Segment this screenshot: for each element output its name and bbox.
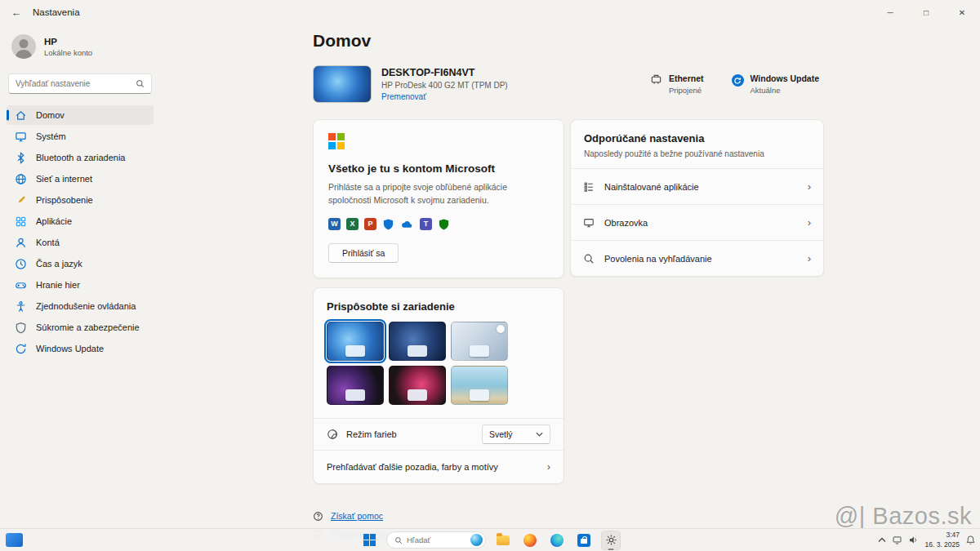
- window-controls: ─ □ ✕: [872, 0, 980, 24]
- color-mode-dropdown[interactable]: Svetlý: [482, 424, 550, 444]
- maximize-button[interactable]: □: [908, 0, 944, 24]
- file-explorer-icon[interactable]: [493, 531, 513, 550]
- recommended-item-label: Povolenia na vyhľadávanie: [604, 254, 712, 264]
- sidebar-item-network[interactable]: Sieť a internet: [7, 169, 154, 189]
- settings-search[interactable]: [8, 73, 152, 94]
- recommended-item-display[interactable]: Obrazovka ›: [571, 204, 823, 240]
- start-button[interactable]: [359, 531, 379, 550]
- sidebar-item-gaming[interactable]: Hranie hier: [7, 275, 154, 295]
- get-help-link[interactable]: Získať pomoc: [313, 511, 383, 522]
- display-icon: [583, 217, 595, 229]
- sidebar-item-label: Bluetooth a zariadenia: [36, 153, 125, 162]
- sidebar-item-windows-update[interactable]: Windows Update: [7, 339, 154, 358]
- browse-themes-label: Prehľadávať ďalšie pozadia, farby a motí…: [327, 462, 498, 472]
- close-button[interactable]: ✕: [944, 0, 980, 24]
- excel-icon: X: [346, 218, 359, 230]
- rename-link[interactable]: Premenovať: [381, 92, 508, 101]
- recommended-item-search-permissions[interactable]: Povolenia na vyhľadávanie ›: [571, 240, 823, 276]
- defender-shield-icon: [382, 218, 394, 230]
- help-icon: [313, 511, 323, 522]
- edge-icon[interactable]: [547, 531, 567, 550]
- globe-icon: [15, 173, 27, 185]
- chevron-right-icon: ›: [808, 217, 811, 228]
- browse-themes-row[interactable]: Prehľadávať ďalšie pozadia, farby a motí…: [314, 451, 564, 483]
- ethernet-title: Ethernet: [669, 73, 704, 83]
- back-button[interactable]: ←: [0, 0, 33, 24]
- word-icon: W: [328, 218, 341, 230]
- personalize-card: Prispôsobte si zariadenie Režim farieb: [313, 287, 564, 484]
- avatar: [11, 34, 36, 59]
- sidebar-item-accessibility[interactable]: Zjednodušenie ovládania: [7, 296, 154, 316]
- theme-thumbnail-spotlight[interactable]: [451, 322, 508, 361]
- search-icon: [136, 79, 145, 88]
- sidebar-item-privacy-security[interactable]: Súkromie a zabezpečenie: [7, 318, 154, 337]
- watermark: @| Bazos.sk: [835, 503, 972, 530]
- taskbar-clock[interactable]: 3:47 16. 3. 2025: [924, 531, 960, 549]
- teams-icon: T: [420, 218, 432, 230]
- sidebar-item-label: Domov: [36, 110, 65, 120]
- widgets-icon[interactable]: [6, 533, 23, 547]
- speaker-icon[interactable]: [908, 535, 919, 545]
- person-icon: [15, 237, 27, 249]
- device-header: DESKTOP-FI6N4VT HP ProDesk 400 G2 MT (TP…: [313, 65, 824, 103]
- search-input[interactable]: [16, 79, 136, 88]
- settings-taskbar-icon[interactable]: [601, 531, 621, 550]
- minimize-button[interactable]: ─: [872, 0, 908, 24]
- theme-thumbnail-beach[interactable]: [451, 366, 508, 405]
- store-icon[interactable]: [574, 531, 594, 550]
- bing-orb-icon: [470, 534, 483, 546]
- color-mode-label: Režim farieb: [346, 429, 397, 439]
- accessibility-icon: [15, 300, 27, 313]
- sidebar-item-label: Prispôsobenie: [36, 195, 93, 205]
- sidebar-item-label: Windows Update: [36, 344, 104, 353]
- recommended-item-installed-apps[interactable]: Nainštalované aplikácie ›: [571, 168, 823, 204]
- chevron-right-icon: ›: [808, 253, 811, 264]
- sidebar-item-label: Aplikácie: [36, 216, 72, 226]
- theme-mini-window: [345, 345, 365, 357]
- theme-thumbnail-flower-dark[interactable]: [389, 366, 446, 405]
- chevron-down-icon: [536, 432, 543, 437]
- theme-mini-window: [345, 389, 365, 401]
- windows-update-status[interactable]: Windows Update Aktuálne: [732, 73, 820, 95]
- taskbar-search-input[interactable]: [407, 535, 466, 544]
- theme-thumbnail-bloom-light[interactable]: [327, 322, 384, 361]
- theme-mini-window: [408, 389, 427, 401]
- color-palette-icon: [327, 429, 338, 440]
- folder-icon: [497, 535, 510, 545]
- theme-mini-window: [408, 345, 427, 357]
- network-icon[interactable]: [892, 535, 902, 545]
- signin-button[interactable]: Prihlásiť sa: [328, 243, 399, 263]
- theme-thumbnail-glow-dark[interactable]: [327, 366, 384, 405]
- shield-icon: [15, 322, 27, 334]
- page-title: Domov: [313, 31, 824, 51]
- ethernet-status[interactable]: Ethernet Pripojené: [650, 73, 704, 95]
- user-name: HP: [44, 37, 92, 47]
- ms-card-description: Prihláste sa a pripojte svoje obľúbené a…: [328, 181, 545, 207]
- sidebar-item-bluetooth-devices[interactable]: Bluetooth a zariadenia: [7, 148, 154, 167]
- windows-update-state: Aktuálne: [751, 86, 820, 95]
- device-wallpaper-thumbnail: [313, 65, 372, 103]
- ethernet-icon: [650, 73, 662, 86]
- theme-thumbnail-bloom-dark[interactable]: [389, 322, 446, 361]
- chevron-right-icon: ›: [547, 461, 550, 472]
- sidebar-item-apps[interactable]: Aplikácie: [7, 211, 154, 231]
- sidebar-item-label: Sieť a internet: [36, 174, 92, 184]
- chevron-right-icon: ›: [808, 181, 811, 192]
- tray-chevron-up-icon[interactable]: [878, 537, 886, 543]
- sidebar-item-home[interactable]: Domov: [7, 105, 154, 125]
- sidebar-item-label: Hranie hier: [36, 280, 80, 290]
- system-icon: [15, 131, 27, 143]
- notification-bell-icon[interactable]: [965, 535, 976, 545]
- game-controller-icon: [15, 279, 27, 291]
- user-account[interactable]: HP Lokálne konto: [7, 29, 154, 64]
- taskbar-search[interactable]: [386, 531, 486, 549]
- color-mode-value: Svetlý: [489, 429, 513, 439]
- family-safety-shield-icon: [438, 218, 450, 230]
- sidebar-item-accounts[interactable]: Kontá: [7, 233, 154, 252]
- gear-icon: [605, 534, 617, 546]
- system-tray: 3:47 16. 3. 2025: [878, 531, 976, 549]
- sidebar-item-time-language[interactable]: Čas a jazyk: [7, 254, 154, 273]
- sidebar-item-system[interactable]: Systém: [7, 127, 154, 146]
- sidebar-item-personalization[interactable]: Prispôsobenie: [7, 190, 154, 210]
- firefox-icon[interactable]: [520, 531, 540, 550]
